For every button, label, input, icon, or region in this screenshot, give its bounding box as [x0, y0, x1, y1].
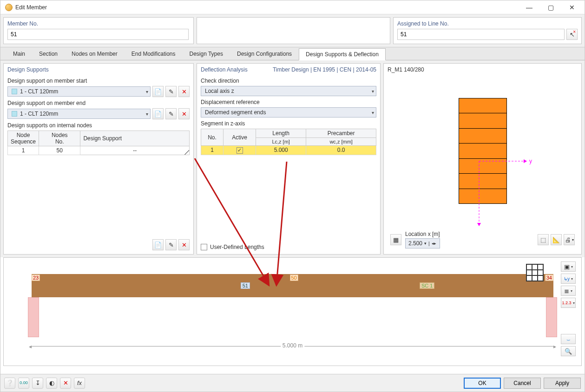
tab-main[interactable]: Main	[6, 48, 32, 60]
checkbox-icon: ✓	[237, 147, 243, 154]
check-direction-label: Check direction	[201, 78, 376, 84]
design-supports-title: Design Supports	[7, 66, 190, 73]
printer-icon: 🖨	[565, 237, 571, 243]
support-end-new-button[interactable]: 📄	[152, 108, 164, 119]
sc-label: SC 1	[420, 282, 434, 289]
internal-supports-table[interactable]: NodeSequence NodesNo. Design Support 1 5…	[7, 131, 190, 155]
view-cube-icon[interactable]	[525, 262, 545, 283]
footer-btn-3[interactable]: ↧	[32, 378, 43, 389]
tab-design-supports-deflection[interactable]: Design Supports & Deflection	[299, 48, 386, 60]
standard-code-label: Timber Design | EN 1995 | CEN | 2014-05	[273, 66, 376, 73]
segment-table[interactable]: No. Active Length Precamber Lc,z [m] wc,…	[201, 129, 376, 155]
location-label: Location x [m]	[405, 231, 440, 237]
table-row[interactable]: 1 ✓ 5.000 0.0	[201, 146, 376, 155]
footer-btn-6[interactable]: fx	[74, 378, 85, 389]
preview-print-button[interactable]: 🖨▾	[564, 234, 575, 245]
support-start-edit-button[interactable]: ✎	[165, 86, 177, 97]
view-smile-button[interactable]: ⌣	[561, 334, 576, 344]
view-icon: ⬚	[540, 237, 546, 243]
units-button[interactable]: 0.00	[18, 378, 29, 389]
displacement-ref-dropdown[interactable]: Deformed segment ends ▾	[201, 107, 376, 118]
assigned-label: Assigned to Line No.	[397, 20, 578, 27]
tab-design-configurations[interactable]: Design Configurations	[230, 48, 299, 60]
svg-marker-3	[477, 223, 481, 226]
chevron-down-icon: ▾	[146, 89, 148, 94]
user-defined-lengths-checkbox[interactable]: User-Defined Lengths	[201, 244, 376, 250]
view-values-button[interactable]: 1.2.3▾	[561, 298, 576, 308]
help-button[interactable]: ❔	[4, 378, 15, 389]
member-no-label: Member No.	[7, 20, 190, 27]
cell-precamber: 0.0	[306, 146, 376, 155]
edit-icon: ✎	[169, 89, 174, 95]
cube-icon: ▣	[564, 264, 570, 270]
chevron-down-icon: ▾	[424, 241, 427, 246]
view-axes-button[interactable]: ↳y▾	[561, 274, 576, 284]
support-start-delete-button[interactable]: ✕	[178, 86, 190, 97]
cell-seq: 1	[8, 146, 39, 155]
delete-icon: ✕	[182, 111, 187, 117]
support-end-delete-button[interactable]: ✕	[178, 108, 190, 119]
preview-btn-1[interactable]: ⬚	[538, 234, 549, 245]
preview-btn-2[interactable]: 📐	[551, 234, 562, 245]
section-view-button[interactable]: ▦	[390, 234, 401, 245]
internal-edit-button[interactable]: ✎	[165, 239, 177, 250]
window-title: Edit Member	[15, 4, 519, 11]
section-name: R_M1 140/280	[388, 66, 578, 73]
section-preview	[459, 98, 507, 204]
tab-design-types[interactable]: Design Types	[182, 48, 230, 60]
svg-text:y: y	[529, 158, 532, 164]
checkbox-icon	[201, 244, 207, 250]
displacement-ref-label: Displacement reference	[201, 99, 376, 105]
svg-rect-6	[526, 264, 543, 281]
support-chip-icon	[12, 89, 17, 94]
check-direction-dropdown[interactable]: Local axis z ▾	[201, 86, 376, 96]
zoom-reset-icon: 🔍	[565, 348, 572, 354]
cell-length: 5.000	[256, 146, 306, 155]
smile-icon: ⌣	[566, 336, 571, 342]
footer-btn-4[interactable]: ◐	[46, 378, 57, 389]
edit-icon: ✎	[169, 242, 174, 248]
pick-line-button[interactable]: ↖×	[566, 29, 578, 40]
assigned-input[interactable]	[397, 29, 565, 40]
support-start-dropdown[interactable]: 1 - CLT 120mm ▾	[7, 86, 151, 97]
internal-new-button[interactable]: 📄	[152, 239, 164, 250]
cancel-button[interactable]: Cancel	[504, 378, 541, 389]
chevron-down-icon: ▾	[372, 89, 374, 94]
pin-icon: ↧	[35, 380, 40, 386]
close-button[interactable]: ✕	[561, 0, 583, 14]
units-icon: 0.00	[20, 381, 28, 385]
support-end-dropdown[interactable]: 1 - CLT 120mm ▾	[7, 109, 151, 119]
user-defined-lengths-label: User-Defined Lengths	[210, 244, 264, 250]
minimize-button[interactable]: —	[519, 0, 540, 14]
ok-button[interactable]: OK	[464, 378, 501, 389]
support-end-edit-button[interactable]: ✎	[165, 108, 177, 119]
location-spinner[interactable]: 2.500 ▾ | ◂▸	[405, 238, 440, 248]
delete-support-icon: ✕	[63, 380, 68, 386]
edit-icon: ✎	[169, 111, 174, 117]
delete-icon: ✕	[182, 242, 187, 248]
globe-icon: ◐	[49, 380, 54, 386]
cell-design-support[interactable]: --	[80, 146, 190, 155]
footer-btn-5[interactable]: ✕	[60, 378, 71, 389]
internal-delete-button[interactable]: ✕	[178, 239, 190, 250]
svg-text:z: z	[480, 228, 483, 229]
view-reset-button[interactable]: 🔍	[561, 346, 576, 356]
support-start-label: Design support on member start	[7, 78, 190, 84]
table-row[interactable]: 1 50 --	[8, 146, 190, 155]
view-display-button[interactable]: ≣▾	[561, 286, 576, 296]
view-mode-button[interactable]: ▣▾	[561, 261, 576, 272]
segment-z-label: Segment in z-axis	[201, 120, 376, 127]
support-left-icon	[28, 297, 39, 337]
member-no-input[interactable]	[7, 29, 189, 40]
tab-end-modifications[interactable]: End Modifications	[125, 48, 183, 60]
support-start-new-button[interactable]: 📄	[152, 86, 164, 97]
chevron-down-icon: ▾	[372, 110, 374, 115]
cell-active[interactable]: ✓	[223, 146, 256, 155]
support-end-label: Design support on member end	[7, 100, 190, 106]
tab-nodes-on-member[interactable]: Nodes on Member	[65, 48, 125, 60]
apply-button[interactable]: Apply	[544, 378, 581, 389]
new-file-icon: 📄	[154, 242, 162, 248]
tab-section[interactable]: Section	[32, 48, 65, 60]
new-file-icon: 📄	[154, 111, 162, 117]
maximize-button[interactable]: ▢	[540, 0, 561, 14]
